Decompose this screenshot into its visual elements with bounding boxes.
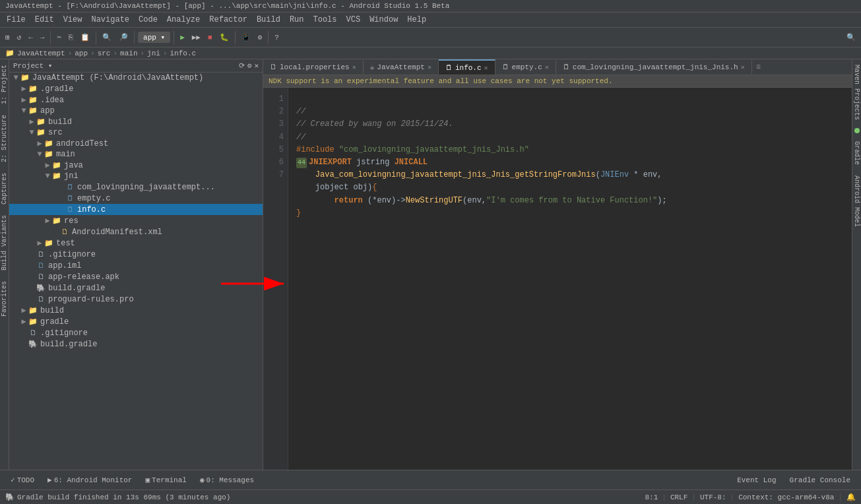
tab-empty-c-close[interactable]: ✕ <box>545 63 549 71</box>
toolbar-app-dropdown[interactable]: app ▾ <box>138 32 170 43</box>
settings-icon[interactable]: ⚙ <box>247 61 252 70</box>
sidebar-label-variants[interactable]: Build Variants <box>0 210 9 276</box>
line-num-5: 5 <box>267 144 284 156</box>
menu-navigate[interactable]: Navigate <box>87 14 133 26</box>
bottom-tab-gradle-console[interactable]: Gradle Console <box>784 475 856 486</box>
bc-src[interactable]: src <box>98 49 111 57</box>
tab-empty-c[interactable]: 🗒 empty.c ✕ <box>495 60 556 74</box>
toolbar-debug[interactable]: 🐛 <box>217 32 232 43</box>
gradle-label[interactable]: Gradle <box>852 136 861 170</box>
toolbar-search[interactable]: 🔍 <box>100 32 114 43</box>
idea-icon: 📁 <box>28 96 38 105</box>
sidebar-label-favorites[interactable]: Favorites <box>0 276 9 322</box>
toolbar-run[interactable]: ▶ <box>177 32 187 43</box>
tab-javaattempt[interactable]: ☕ JavaAttempt ✕ <box>364 60 439 74</box>
bc-jni[interactable]: jni <box>147 49 160 57</box>
tree-info-c[interactable]: ▶ 🗒 info.c <box>9 204 263 215</box>
tree-root-gradle[interactable]: ▶ 📁 gradle <box>9 316 263 327</box>
sync-icon[interactable]: ⟳ <box>239 61 245 70</box>
menu-vcs[interactable]: VCS <box>342 14 365 26</box>
bottom-tab-terminal[interactable]: ▣ Terminal <box>140 474 191 486</box>
tree-empty-c[interactable]: ▶ 🗒 empty.c <box>9 193 263 204</box>
tree-app-gitignore[interactable]: ▶ 🗋 .gitignore <box>9 249 263 260</box>
tree-manifest[interactable]: ▶ 🗋 AndroidManifest.xml <box>9 226 263 237</box>
tree-app[interactable]: ▼ 📁 app <box>9 106 263 116</box>
menu-help[interactable]: Help <box>403 14 430 26</box>
tree-jni[interactable]: ▼ 📁 jni <box>9 171 263 181</box>
bottom-tab-messages[interactable]: ◉ 0: Messages <box>195 474 259 486</box>
tree-res[interactable]: ▶ 📁 res <box>9 215 263 226</box>
proguard-label: proguard-rules.pro <box>48 295 134 304</box>
tree-build[interactable]: ▶ 📁 build <box>9 116 263 127</box>
toolbar-search-everywhere[interactable]: 🔍 <box>844 32 858 43</box>
bottom-tab-android-monitor[interactable]: ▶ 6: Android Monitor <box>42 474 137 486</box>
project-dropdown[interactable]: Project ▾ <box>13 61 52 70</box>
sidebar-label-structure[interactable]: 2: Structure <box>0 110 9 168</box>
menu-window[interactable]: Window <box>366 14 402 26</box>
toolbar-run2[interactable]: ▶▶ <box>189 32 203 43</box>
test-icon: 📁 <box>44 239 54 248</box>
tree-androidtest[interactable]: ▶ 📁 androidTest <box>9 138 263 149</box>
tab-jnis-h[interactable]: 🗒 com_lovingning_javaattempt_jnis_Jnis.h… <box>556 60 752 74</box>
sidebar-label-project[interactable]: 1: Project <box>0 59 9 110</box>
tree-root-build-gradle[interactable]: ▶ 🐘 build.gradle <box>9 338 263 350</box>
tree-app-apk[interactable]: ▶ 🗋 app-release.apk <box>9 271 263 282</box>
menu-analyze[interactable]: Analyze <box>163 14 204 26</box>
menu-file[interactable]: File <box>3 14 30 26</box>
toolbar-stop[interactable]: ■ <box>205 32 215 43</box>
code-content[interactable]: // // Created by wang on 2015/11/24. // … <box>288 88 852 470</box>
tree-proguard[interactable]: ▶ 🗋 proguard-rules.pro <box>9 294 263 305</box>
tree-test[interactable]: ▶ 📁 test <box>9 237 263 249</box>
menu-tools[interactable]: Tools <box>309 14 341 26</box>
tree-idea[interactable]: ▶ 📁 .idea <box>9 94 263 106</box>
bottom-tab-event-log[interactable]: Event Log <box>732 475 781 486</box>
toolbar-btn-2[interactable]: ↺ <box>15 32 24 43</box>
toolbar-btn-1[interactable]: ⊞ <box>3 32 13 43</box>
menu-run[interactable]: Run <box>286 14 308 26</box>
close-icon[interactable]: ✕ <box>254 61 259 70</box>
tree-com-file[interactable]: ▶ 🗒 com_lovingning_javaattempt... <box>9 181 263 193</box>
sidebar-label-captures[interactable]: Captures <box>0 168 9 210</box>
tabs-overflow[interactable]: ≡ <box>752 60 765 75</box>
menu-code[interactable]: Code <box>135 14 162 26</box>
tree-java[interactable]: ▶ 📁 java <box>9 160 263 171</box>
tab-info-c-close[interactable]: ✕ <box>484 64 488 72</box>
tree-root[interactable]: ▼ 📁 JavaAttempt (F:\Android\JavaAttempt) <box>9 73 263 83</box>
tree-gradle-dir[interactable]: ▶ 📁 .gradle <box>9 83 263 94</box>
android-model-label[interactable]: Android Model <box>852 170 861 232</box>
toolbar-paste[interactable]: 📋 <box>78 32 92 43</box>
tree-app-iml[interactable]: ▶ 🗋 app.iml <box>9 260 263 271</box>
bc-main[interactable]: main <box>120 49 137 57</box>
tree-app-gradle[interactable]: ▶ 🐘 build.gradle <box>9 282 263 294</box>
maven-projects-label[interactable]: Maven Projects <box>852 59 861 125</box>
toolbar-btn-4[interactable]: → <box>38 32 48 43</box>
toolbar-avd[interactable]: 📱 <box>239 32 253 43</box>
messages-icon: ◉ <box>200 476 205 484</box>
menu-refactor[interactable]: Refactor <box>205 14 251 26</box>
tree-root-gitignore[interactable]: ▶ 🗋 .gitignore <box>9 327 263 338</box>
tab-local-properties[interactable]: 🗋 local.properties ✕ <box>263 60 364 74</box>
root-gitignore-icon: 🗋 <box>28 329 38 338</box>
menu-build[interactable]: Build <box>253 14 284 26</box>
bc-app[interactable]: app <box>75 49 88 57</box>
tab-jnis-h-close[interactable]: ✕ <box>741 63 745 71</box>
toolbar-copy[interactable]: ⎘ <box>66 32 76 43</box>
menu-bar: File Edit View Navigate Code Analyze Ref… <box>0 13 861 28</box>
code-editor[interactable]: 1 2 3 4 5 6 7 // // Created by wang on 2… <box>263 88 852 470</box>
toolbar-cut[interactable]: ✂ <box>54 32 64 43</box>
toolbar-search2[interactable]: 🔎 <box>116 32 131 43</box>
bc-file[interactable]: info.c <box>170 49 197 57</box>
toolbar-sdk[interactable]: ⚙ <box>255 32 265 43</box>
tree-main[interactable]: ▼ 📁 main <box>9 149 263 160</box>
tab-info-c[interactable]: 🗒 info.c ✕ <box>439 59 495 75</box>
toolbar-help[interactable]: ? <box>272 32 282 43</box>
toolbar-btn-3[interactable]: ← <box>26 32 36 43</box>
tree-root-build[interactable]: ▶ 📁 build <box>9 305 263 316</box>
tree-src[interactable]: ▼ 📁 src <box>9 127 263 138</box>
tab-javaattempt-close[interactable]: ✕ <box>428 63 431 71</box>
menu-view[interactable]: View <box>59 14 86 26</box>
bottom-tab-todo[interactable]: ✓ TODO <box>5 474 40 486</box>
tab-local-properties-close[interactable]: ✕ <box>352 63 356 71</box>
menu-edit[interactable]: Edit <box>31 14 58 26</box>
bc-javaat[interactable]: JavaAttempt <box>17 49 65 57</box>
